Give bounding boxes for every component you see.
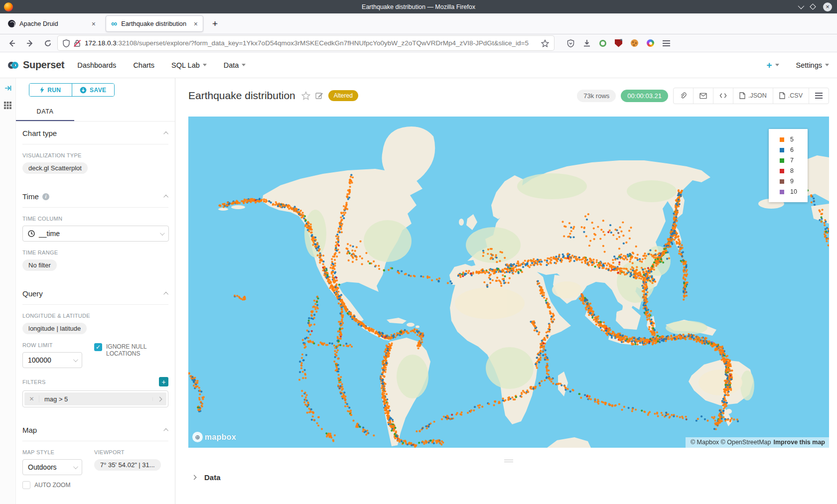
app-navbar: Superset Dashboards Charts SQL Lab Data …	[0, 52, 837, 78]
reload-icon[interactable]	[44, 39, 52, 47]
map-style-select[interactable]: Outdoors	[22, 459, 82, 475]
viz-type-value[interactable]: deck.gl Scatterplot	[22, 162, 88, 174]
chart-title[interactable]: Earthquake distribution	[188, 90, 295, 102]
time-range-label: TIME RANGE	[22, 250, 168, 255]
section-header-time[interactable]: Timei	[22, 185, 168, 208]
download-icon[interactable]	[583, 39, 591, 47]
brand-name: Superset	[23, 59, 64, 71]
chart-panel: Earthquake distribution Altered 73k rows…	[175, 78, 837, 504]
mapbox-logo-icon: ⊕	[192, 432, 203, 442]
filter-item[interactable]: ✕ mag > 5	[24, 392, 166, 405]
section-query: Query LONGITUDE & LATITUDE longitude | l…	[22, 282, 168, 407]
map-attribution: © Mapbox © OpenStreetMap Improve this ma…	[686, 437, 829, 448]
export-json-button[interactable]: .JSON	[733, 88, 773, 104]
dataset-grid-icon[interactable]	[3, 101, 12, 110]
caret-down-icon	[203, 64, 207, 66]
caret-down-icon	[242, 64, 246, 66]
viz-type-label: VISUALIZATION TYPE	[22, 152, 168, 158]
nav-item-charts[interactable]: Charts	[133, 61, 154, 69]
save-button[interactable]: SAVE	[72, 84, 115, 96]
add-filter-button[interactable]: +	[159, 377, 168, 386]
color-wheel-extension-icon[interactable]	[647, 39, 654, 47]
tab-earthquake-distribution[interactable]: ∞ Earthquake distribution ×	[106, 15, 203, 32]
menu-hamburger-icon[interactable]	[663, 43, 670, 44]
deckgl-map[interactable]: 5 6 7 8 9 10 ⊕ mapbox © Mapbox © OpenStr…	[188, 117, 829, 448]
legend-item: 10	[780, 188, 803, 196]
email-button[interactable]	[694, 88, 713, 104]
checkbox-checked-icon: ✓	[94, 343, 102, 351]
forward-icon[interactable]	[26, 39, 34, 47]
section-header-map[interactable]: Map	[22, 418, 168, 441]
auto-zoom-checkbox[interactable]: AUTO ZOOM	[22, 481, 82, 489]
clock-icon	[28, 230, 35, 237]
section-point-size: Point Size	[22, 500, 168, 504]
row-limit-select[interactable]: 100000	[22, 352, 82, 368]
new-tab-button[interactable]: +	[208, 18, 222, 29]
tab-data[interactable]: DATA	[16, 104, 74, 121]
section-chart-type: Chart type VISUALIZATION TYPE deck.gl Sc…	[22, 122, 168, 174]
add-new-button[interactable]: +	[766, 60, 779, 71]
export-csv-button[interactable]: .CSV	[773, 88, 809, 104]
mapbox-logo[interactable]: ⊕ mapbox	[192, 432, 236, 442]
collapse-panel-icon[interactable]	[4, 84, 12, 92]
chevron-up-icon	[163, 292, 168, 297]
chevron-right-icon	[192, 475, 197, 480]
tracking-shield-icon[interactable]	[63, 39, 70, 47]
section-map: Map MAP STYLE Outdoors AUTO ZOOM VIE	[22, 418, 168, 489]
chart-actions: .JSON .CSV	[673, 88, 829, 104]
lonlat-label: LONGITUDE & LATITUDE	[22, 313, 168, 319]
edit-pencil-icon[interactable]	[315, 92, 323, 100]
legend-swatch	[780, 137, 784, 142]
window-maximize-icon[interactable]	[810, 3, 816, 10]
filters-label: FILTERS	[22, 379, 46, 385]
ublock-shield-icon[interactable]: 2	[615, 39, 622, 47]
window-minimize-icon[interactable]	[798, 3, 805, 9]
file-icon	[779, 92, 785, 99]
nav-item-dashboards[interactable]: Dashboards	[77, 61, 116, 69]
improve-map-link[interactable]: Improve this map	[774, 439, 826, 446]
lonlat-value[interactable]: longitude | latitude	[22, 323, 87, 334]
superset-logo[interactable]: Superset	[8, 59, 64, 71]
tab-title: Apache Druid	[19, 20, 88, 27]
window-close-icon[interactable]: ×	[823, 2, 832, 11]
caret-down-icon	[775, 64, 779, 66]
section-header-query[interactable]: Query	[22, 282, 168, 305]
remove-filter-icon[interactable]: ✕	[24, 395, 39, 402]
data-results-toggle[interactable]: Data	[188, 473, 829, 482]
back-icon[interactable]	[8, 39, 16, 47]
extension-green-icon[interactable]	[599, 40, 606, 47]
viewport-value[interactable]: 7° 35' 54.02" | 31...	[94, 459, 161, 471]
cookie-extension-icon[interactable]	[631, 39, 638, 47]
copy-link-button[interactable]	[674, 88, 694, 104]
legend-swatch	[780, 190, 784, 194]
chevron-right-icon[interactable]	[152, 397, 166, 401]
resize-drag-handle[interactable]	[504, 460, 513, 462]
left-icon-rail	[0, 78, 16, 504]
embed-code-button[interactable]	[713, 88, 733, 104]
url-bar[interactable]: 172.18.0.3:32108/superset/explore/?form_…	[58, 36, 554, 50]
section-header-chart-type[interactable]: Chart type	[22, 122, 168, 144]
pocket-shield-icon[interactable]	[567, 39, 574, 47]
nav-item-data[interactable]: Data	[224, 61, 246, 69]
favorite-star-icon[interactable]	[301, 91, 310, 100]
scatter-canvas[interactable]	[188, 117, 829, 448]
url-text[interactable]: 172.18.0.3:32108/superset/explore/?form_…	[85, 39, 537, 47]
envelope-icon	[699, 93, 707, 99]
caret-down-icon	[825, 64, 829, 66]
bookmark-star-icon[interactable]	[541, 39, 549, 47]
section-header-point-size[interactable]: Point Size	[22, 500, 168, 504]
settings-menu[interactable]: Settings	[796, 61, 829, 69]
nav-item-sql-lab[interactable]: SQL Lab	[171, 61, 207, 69]
run-button[interactable]: RUN	[29, 84, 72, 96]
tab-apache-druid[interactable]: Apache Druid ×	[3, 15, 101, 32]
time-column-select[interactable]: __time	[22, 226, 169, 242]
ignore-null-checkbox[interactable]: ✓ IGNORE NULL LOCATIONS	[94, 343, 149, 357]
tab-close-icon[interactable]: ×	[194, 20, 198, 27]
magnitude-legend: 5 6 7 8 9 10	[769, 129, 808, 202]
insecure-lock-icon[interactable]	[74, 39, 81, 47]
more-options-button[interactable]	[809, 88, 829, 104]
time-range-value[interactable]: No filter	[22, 259, 57, 271]
druid-favicon-icon	[8, 20, 15, 27]
url-path: :32108/superset/explore/?form_data_key=1…	[117, 39, 529, 47]
tab-close-icon[interactable]: ×	[92, 20, 96, 27]
